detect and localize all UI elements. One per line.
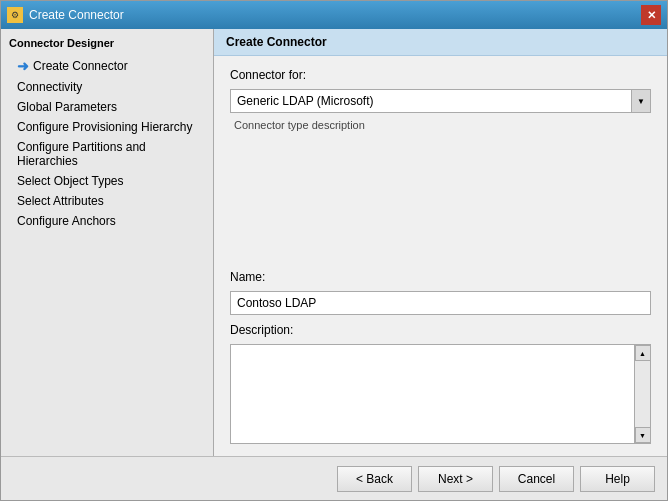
button-bar: < Back Next > Cancel Help <box>1 456 667 500</box>
sidebar-item-select-attributes[interactable]: Select Attributes <box>1 191 213 211</box>
sidebar-item-label: Configure Provisioning Hierarchy <box>17 120 192 134</box>
name-input[interactable] <box>230 291 651 315</box>
connector-type-select[interactable]: Generic LDAP (Microsoft) Active Director… <box>230 89 651 113</box>
sidebar: Connector Designer ➜ Create Connector Co… <box>1 29 214 456</box>
help-button[interactable]: Help <box>580 466 655 492</box>
sidebar-item-label: Select Attributes <box>17 194 104 208</box>
sidebar-item-label: Select Object Types <box>17 174 124 188</box>
description-section: Description: ▲ ▼ <box>230 323 651 444</box>
main-content: Connector Designer ➜ Create Connector Co… <box>1 29 667 456</box>
scrollbar-vertical[interactable]: ▲ ▼ <box>634 345 650 443</box>
window-title: Create Connector <box>29 8 124 22</box>
title-bar-left: ⚙ Create Connector <box>7 7 124 23</box>
connector-type-select-wrapper: Generic LDAP (Microsoft) Active Director… <box>230 89 651 113</box>
main-window: ⚙ Create Connector ✕ Connector Designer … <box>0 0 668 501</box>
sidebar-item-label: Create Connector <box>33 59 128 73</box>
name-section: Name: <box>230 270 651 315</box>
close-button[interactable]: ✕ <box>641 5 661 25</box>
cancel-button[interactable]: Cancel <box>499 466 574 492</box>
sidebar-item-create-connector[interactable]: ➜ Create Connector <box>1 55 213 77</box>
name-label: Name: <box>230 270 651 284</box>
scroll-up-button[interactable]: ▲ <box>635 345 651 361</box>
window-icon: ⚙ <box>7 7 23 23</box>
sidebar-item-configure-provisioning[interactable]: Configure Provisioning Hierarchy <box>1 117 213 137</box>
sidebar-header: Connector Designer <box>1 33 213 55</box>
scroll-down-button[interactable]: ▼ <box>635 427 651 443</box>
connector-type-description: Connector type description <box>230 117 651 133</box>
description-textarea[interactable] <box>231 345 634 443</box>
active-arrow-icon: ➜ <box>17 58 29 74</box>
sidebar-item-label: Connectivity <box>17 80 82 94</box>
title-bar: ⚙ Create Connector ✕ <box>1 1 667 29</box>
sidebar-item-label: Configure Anchors <box>17 214 116 228</box>
sidebar-item-label: Configure Partitions and Hierarchies <box>17 140 205 168</box>
scroll-track <box>635 361 650 427</box>
right-panel-content: Connector for: Generic LDAP (Microsoft) … <box>214 56 667 456</box>
right-panel: Create Connector Connector for: Generic … <box>214 29 667 456</box>
sidebar-item-configure-anchors[interactable]: Configure Anchors <box>1 211 213 231</box>
description-textarea-wrapper: ▲ ▼ <box>230 344 651 444</box>
spacer <box>230 141 651 262</box>
svg-text:⚙: ⚙ <box>11 10 19 20</box>
connector-for-section: Connector for: Generic LDAP (Microsoft) … <box>230 68 651 133</box>
next-button[interactable]: Next > <box>418 466 493 492</box>
right-panel-header: Create Connector <box>214 29 667 56</box>
sidebar-item-global-parameters[interactable]: Global Parameters <box>1 97 213 117</box>
sidebar-item-label: Global Parameters <box>17 100 117 114</box>
sidebar-item-configure-partitions[interactable]: Configure Partitions and Hierarchies <box>1 137 213 171</box>
sidebar-item-connectivity[interactable]: Connectivity <box>1 77 213 97</box>
sidebar-item-select-object-types[interactable]: Select Object Types <box>1 171 213 191</box>
back-button[interactable]: < Back <box>337 466 412 492</box>
description-label: Description: <box>230 323 651 337</box>
connector-for-label: Connector for: <box>230 68 651 82</box>
